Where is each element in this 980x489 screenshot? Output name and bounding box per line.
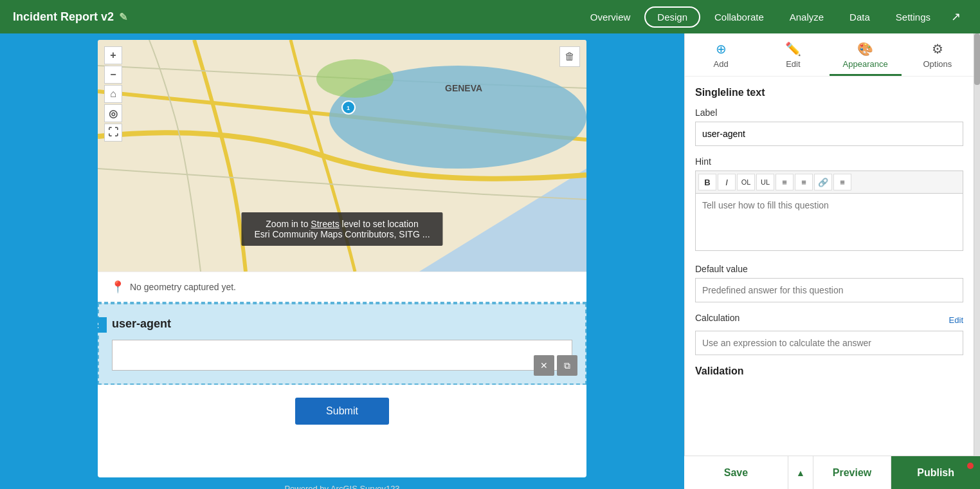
- nav-analyze[interactable]: Analyze: [778, 8, 835, 26]
- question-close-button[interactable]: ✕: [534, 355, 554, 376]
- panel-section-title: Singleline text: [695, 87, 963, 98]
- locate-button[interactable]: ◎: [104, 104, 122, 122]
- submit-section: Submit: [98, 385, 586, 438]
- calc-label: Calculation: [695, 313, 740, 323]
- label-field-label: Label: [695, 107, 963, 118]
- bottom-bar: Save ▲ Preview Publish: [684, 456, 980, 489]
- panel-scrollbar[interactable]: [974, 33, 980, 456]
- panel-tabs: ⊕ Add ✏️ Edit 🎨 Appearance ⚙ Options: [685, 33, 974, 77]
- right-panel: ⊕ Add ✏️ Edit 🎨 Appearance ⚙ Options: [684, 33, 974, 456]
- tab-edit[interactable]: ✏️ Edit: [757, 33, 829, 76]
- nav-data[interactable]: Data: [838, 8, 882, 26]
- nav-overview[interactable]: Overview: [579, 8, 642, 26]
- survey-wrapper: GENEVA 1 + − ⌂ ◎ ⛶: [98, 40, 586, 489]
- validation-title: Validation: [695, 365, 963, 377]
- hint-bold-button[interactable]: B: [698, 174, 716, 190]
- edit-title-icon[interactable]: ✎: [119, 11, 127, 23]
- hint-format-button[interactable]: ≡: [833, 174, 851, 190]
- default-value-label: Default value: [695, 264, 963, 274]
- nav-collaborate[interactable]: Collaborate: [703, 8, 776, 26]
- right-panel-outer: ⊕ Add ✏️ Edit 🎨 Appearance ⚙ Options: [684, 33, 980, 489]
- hint-italic-button[interactable]: I: [718, 174, 736, 190]
- no-geometry-row: 📍 No geometry captured yet.: [98, 272, 586, 302]
- app-title: Incident Report v2: [13, 10, 114, 24]
- appearance-tab-icon: 🎨: [857, 41, 873, 57]
- options-tab-icon: ⚙: [932, 41, 943, 57]
- zoom-in-button[interactable]: +: [104, 46, 122, 64]
- map-area[interactable]: GENEVA 1 + − ⌂ ◎ ⛶: [98, 40, 586, 272]
- save-btn-group: Save ▲: [684, 456, 813, 489]
- hint-ul-button[interactable]: UL: [756, 174, 774, 190]
- question-copy-button[interactable]: ⧉: [557, 355, 577, 376]
- add-tab-icon: ⊕: [716, 41, 727, 57]
- question-actions: ✕ ⧉: [534, 355, 577, 376]
- calc-header: Calculation Edit: [695, 313, 963, 327]
- question-label: user-agent: [112, 317, 572, 331]
- tab-options-label: Options: [923, 59, 952, 69]
- tab-appearance-label: Appearance: [843, 59, 888, 69]
- hint-link-button[interactable]: 🔗: [814, 174, 832, 190]
- scroll-thumb[interactable]: [974, 33, 980, 85]
- question-text-input[interactable]: [112, 340, 572, 371]
- svg-text:GENEVA: GENEVA: [445, 83, 482, 93]
- map-controls: + − ⌂ ◎ ⛶: [104, 46, 122, 142]
- survey-canvas: GENEVA 1 + − ⌂ ◎ ⛶: [0, 33, 684, 489]
- tab-add[interactable]: ⊕ Add: [685, 33, 757, 76]
- hint-ol-button[interactable]: OL: [737, 174, 755, 190]
- location-icon: 📍: [111, 280, 125, 294]
- validation-section: Validation: [695, 365, 963, 377]
- share-icon[interactable]: ↗: [945, 6, 967, 28]
- calc-input[interactable]: [695, 331, 963, 355]
- no-geometry-text: No geometry captured yet.: [130, 282, 236, 292]
- calculation-section: Calculation Edit: [695, 313, 963, 365]
- app-title-group: Incident Report v2 ✎: [13, 10, 127, 24]
- zoom-out-button[interactable]: −: [104, 66, 122, 84]
- submit-button[interactable]: Submit: [295, 398, 389, 425]
- save-button[interactable]: Save: [684, 456, 788, 489]
- hint-textarea[interactable]: [695, 193, 963, 251]
- tab-add-label: Add: [714, 59, 729, 69]
- survey-container: GENEVA 1 + − ⌂ ◎ ⛶: [98, 40, 586, 477]
- panel-and-scroll: ⊕ Add ✏️ Edit 🎨 Appearance ⚙ Options: [684, 33, 980, 456]
- default-value-input[interactable]: [695, 278, 963, 302]
- label-input[interactable]: [695, 122, 963, 146]
- top-navigation: Incident Report v2 ✎ Overview Design Col…: [0, 0, 980, 33]
- publish-button[interactable]: Publish: [891, 456, 980, 489]
- home-button[interactable]: ⌂: [104, 85, 122, 103]
- tab-appearance[interactable]: 🎨 Appearance: [830, 33, 902, 76]
- hint-toolbar: B I OL UL ≡ ≡ 🔗 ≡: [695, 171, 963, 193]
- hint-field-label: Hint: [695, 156, 963, 167]
- powered-by: Powered by ArcGIS Survey123: [98, 477, 586, 489]
- svg-text:1: 1: [347, 105, 350, 111]
- default-value-section: Default value: [695, 264, 963, 302]
- nav-design[interactable]: Design: [644, 6, 700, 28]
- svg-point-4: [316, 59, 394, 98]
- panel-content: Singleline text Label Hint B I OL UL ≡ ≡…: [685, 77, 974, 456]
- map-section: GENEVA 1 + − ⌂ ◎ ⛶: [98, 40, 586, 302]
- calc-edit-link[interactable]: Edit: [949, 315, 963, 325]
- question-number: 2: [98, 317, 107, 333]
- question-2-section[interactable]: 2 user-agent ✕ ⧉: [98, 303, 586, 385]
- hint-align-left-button[interactable]: ≡: [776, 174, 794, 190]
- streets-link[interactable]: Streets: [311, 219, 339, 229]
- nav-settings[interactable]: Settings: [884, 8, 942, 26]
- tab-edit-label: Edit: [786, 59, 800, 69]
- map-zoom-message: Zoom in to Streets level to set location…: [241, 212, 442, 246]
- publish-notification-dot: [967, 463, 974, 469]
- preview-button[interactable]: Preview: [813, 456, 891, 489]
- main-area: GENEVA 1 + − ⌂ ◎ ⛶: [0, 33, 980, 489]
- tab-options[interactable]: ⚙ Options: [902, 33, 974, 76]
- save-dropdown-button[interactable]: ▲: [788, 456, 813, 489]
- hint-align-right-button[interactable]: ≡: [795, 174, 813, 190]
- map-delete-button[interactable]: 🗑: [559, 46, 580, 67]
- edit-tab-icon: ✏️: [785, 41, 801, 57]
- fullscreen-button[interactable]: ⛶: [104, 124, 122, 142]
- nav-links: Overview Design Collaborate Analyze Data…: [579, 6, 967, 28]
